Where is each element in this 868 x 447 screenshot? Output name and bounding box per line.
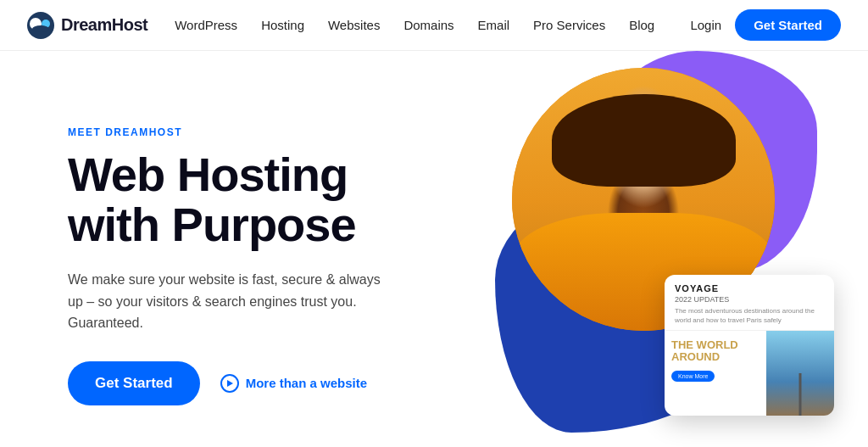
nav-item-websites[interactable]: Websites [328, 18, 380, 32]
more-than-website-link[interactable]: More than a website [220, 374, 367, 393]
card-tag: 2022 UPDATES [675, 295, 824, 304]
nav-item-pro-services[interactable]: Pro Services [533, 18, 605, 32]
logo-link[interactable]: DreamHost [27, 12, 147, 39]
hero-eyebrow: MEET DREAMHOST [68, 126, 475, 138]
get-started-button-header[interactable]: Get Started [735, 9, 841, 41]
get-started-button-hero[interactable]: Get Started [68, 361, 200, 405]
nav-item-blog[interactable]: Blog [629, 18, 654, 32]
hero-title-line2: with Purpose [68, 198, 356, 251]
hero-content: MEET DREAMHOST Web Hosting with Purpose … [68, 126, 475, 405]
card-site-name: VOYAGE [675, 283, 824, 293]
hero-description: We make sure your website is fast, secur… [68, 269, 390, 334]
nav-item-hosting[interactable]: Hosting [261, 18, 304, 32]
header-actions: Login Get Started [690, 9, 841, 41]
hero-section: MEET DREAMHOST Web Hosting with Purpose … [0, 51, 868, 447]
card-big-title: THE WORLD AROUND [671, 339, 760, 364]
card-image [766, 331, 834, 416]
main-nav: WordPress Hosting Websites Domains Email… [175, 18, 690, 32]
card-header: VOYAGE 2022 UPDATES The most adventurous… [665, 275, 834, 331]
svg-point-3 [32, 25, 49, 32]
play-icon [220, 374, 239, 393]
site-header: DreamHost WordPress Hosting Websites Dom… [0, 0, 868, 51]
hero-visual: VOYAGE 2022 UPDATES The most adventurous… [478, 51, 834, 447]
hero-title-line1: Web Hosting [68, 148, 348, 201]
hero-actions: Get Started More than a website [68, 361, 475, 405]
nav-item-domains[interactable]: Domains [403, 18, 453, 32]
nav-item-email[interactable]: Email [478, 18, 510, 32]
login-link[interactable]: Login [690, 18, 721, 32]
more-link-label: More than a website [246, 376, 367, 390]
hero-title: Web Hosting with Purpose [68, 150, 475, 250]
card-body: THE WORLD AROUND Know More [665, 331, 834, 416]
logo-text: DreamHost [61, 15, 147, 35]
logo-icon [27, 12, 54, 39]
nav-item-wordpress[interactable]: WordPress [175, 18, 237, 32]
card-desc: The most adventurous destinations around… [675, 307, 824, 325]
card-text-section: THE WORLD AROUND Know More [665, 331, 766, 416]
website-card: VOYAGE 2022 UPDATES The most adventurous… [665, 275, 834, 416]
card-know-more-btn[interactable]: Know More [671, 371, 715, 382]
